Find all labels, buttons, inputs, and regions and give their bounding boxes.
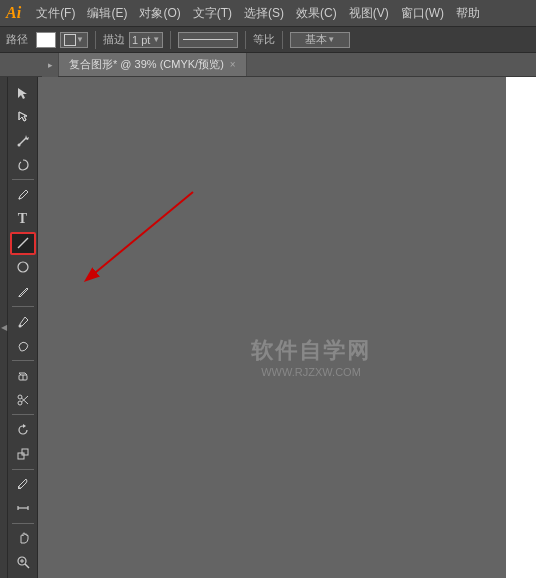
separator-4 (282, 31, 283, 49)
canvas-area[interactable]: 软件自学网 WWW.RJZXW.COM (38, 77, 536, 578)
separator-2 (170, 31, 171, 49)
svg-marker-13 (23, 424, 26, 428)
app-logo: Ai (6, 4, 21, 22)
type-tool[interactable]: T (10, 208, 36, 231)
scissors-tool[interactable] (10, 388, 36, 411)
document-tab[interactable]: 复合图形* @ 39% (CMYK/预览) × (58, 53, 247, 76)
menu-select[interactable]: 选择(S) (239, 3, 289, 24)
watermark-url: WWW.RJZXW.COM (251, 366, 371, 378)
tab-close-button[interactable]: × (230, 59, 236, 70)
selection-tool[interactable] (10, 81, 36, 104)
shape-arrow: ▼ (76, 35, 84, 44)
watermark-text: 软件自学网 (251, 336, 371, 366)
svg-point-3 (18, 197, 20, 199)
svg-line-4 (18, 238, 28, 248)
menu-window[interactable]: 窗口(W) (396, 3, 449, 24)
menu-effect[interactable]: 效果(C) (291, 3, 342, 24)
arrow-line (90, 192, 193, 277)
menu-file[interactable]: 文件(F) (31, 3, 80, 24)
pencil-tool[interactable] (10, 280, 36, 303)
tool-sep-5 (12, 469, 34, 470)
svg-point-6 (18, 324, 21, 327)
eraser-tool[interactable] (10, 364, 36, 387)
main-area: ◀ (0, 77, 536, 578)
tool-sep-3 (12, 360, 34, 361)
line-preview (183, 39, 233, 40)
lasso-tool[interactable] (10, 153, 36, 176)
arrow-annotation (38, 77, 536, 578)
menu-bar: 文件(F) 编辑(E) 对象(O) 文字(T) 选择(S) 效果(C) 视图(V… (31, 3, 530, 24)
menu-text[interactable]: 文字(T) (188, 3, 237, 24)
dash-pattern[interactable] (178, 32, 238, 48)
hand-tool[interactable] (10, 527, 36, 550)
path-label: 路径 (6, 32, 28, 47)
svg-line-20 (25, 564, 29, 568)
shape-dropdown[interactable]: ▼ (60, 32, 88, 48)
shape-icon (64, 34, 76, 46)
ellipse-tool[interactable] (10, 256, 36, 279)
ratio-label: 等比 (253, 32, 275, 47)
pen-tool[interactable] (10, 183, 36, 206)
options-bar: 路径 ▼ 描边 1 pt ▼ 等比 基本 ▼ (0, 27, 536, 53)
tool-sep-2 (12, 306, 34, 307)
menu-edit[interactable]: 编辑(E) (82, 3, 132, 24)
profile-dropdown[interactable]: 基本 ▼ (290, 32, 350, 48)
watermark: 软件自学网 WWW.RJZXW.COM (251, 336, 371, 378)
base-label: 基本 (305, 32, 327, 47)
profile-arrow: ▼ (327, 35, 335, 44)
svg-point-5 (18, 262, 28, 272)
tab-bar: ▸ 复合图形* @ 39% (CMYK/预览) × (0, 53, 536, 77)
stroke-width-value: 1 pt (132, 34, 150, 46)
tab-title: 复合图形* @ 39% (CMYK/预览) (69, 57, 224, 72)
menu-object[interactable]: 对象(O) (134, 3, 185, 24)
menu-view[interactable]: 视图(V) (344, 3, 394, 24)
stroke-label: 描边 (103, 32, 125, 47)
tool-sep-1 (12, 179, 34, 180)
menu-help[interactable]: 帮助 (451, 3, 485, 24)
magic-wand-tool[interactable] (10, 129, 36, 152)
scale-tool[interactable] (10, 443, 36, 466)
svg-rect-14 (18, 453, 24, 459)
direct-selection-tool[interactable] (10, 105, 36, 128)
tab-collapse[interactable]: ▸ (42, 53, 58, 77)
blob-brush-tool[interactable] (10, 334, 36, 357)
svg-point-2 (17, 143, 20, 146)
eyedropper-tool[interactable] (10, 473, 36, 496)
stroke-arrow: ▼ (152, 35, 160, 44)
tool-sep-4 (12, 414, 34, 415)
title-bar: Ai 文件(F) 编辑(E) 对象(O) 文字(T) 选择(S) 效果(C) 视… (0, 0, 536, 27)
measure-tool[interactable] (10, 497, 36, 520)
stroke-dropdown[interactable]: 1 pt ▼ (129, 32, 163, 48)
separator-1 (95, 31, 96, 49)
line-tool[interactable] (10, 232, 36, 255)
rotate-tool[interactable] (10, 418, 36, 441)
canvas-page (506, 77, 536, 578)
zoom-tool[interactable] (10, 551, 36, 574)
svg-rect-15 (22, 449, 28, 455)
separator-3 (245, 31, 246, 49)
fill-swatch[interactable] (36, 32, 56, 48)
toolbox: T (8, 77, 38, 578)
brush-tool[interactable] (10, 310, 36, 333)
tool-sep-6 (12, 523, 34, 524)
panel-collapse-button[interactable]: ◀ (0, 77, 8, 578)
